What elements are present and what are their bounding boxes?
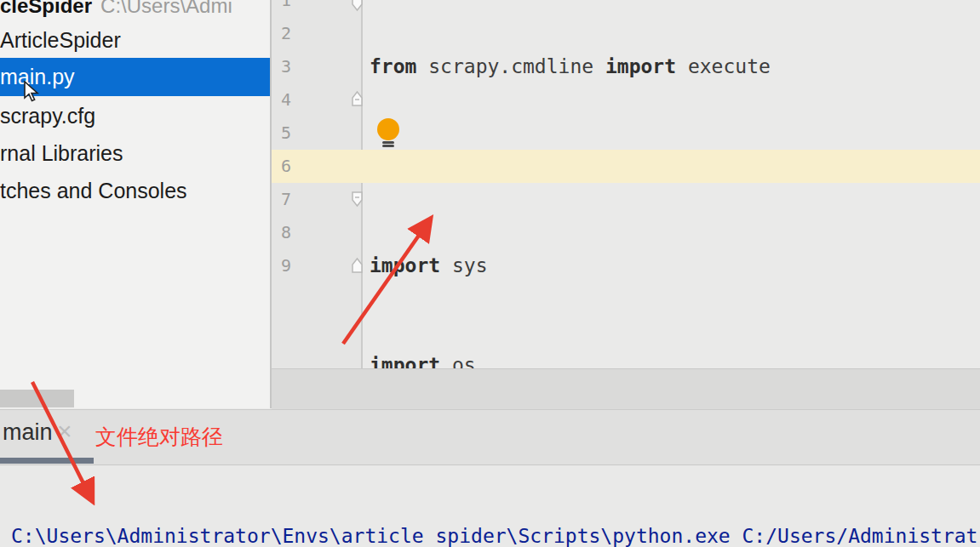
- annotation-label: 文件绝对路径: [95, 423, 223, 451]
- line-number: 6: [272, 150, 357, 183]
- tree-item-scratches-consoles[interactable]: tches and Consoles: [0, 174, 270, 208]
- console-output-line[interactable]: C:\Users\Administrator\Envs\article_spid…: [11, 525, 977, 547]
- line-number: 8: [272, 216, 357, 249]
- code-line-3[interactable]: import sys: [370, 249, 980, 282]
- horizontal-scrollbar-thumb[interactable]: [0, 390, 74, 407]
- editor-bottom-strip: [272, 368, 980, 409]
- line-number: 5: [272, 117, 357, 150]
- line-number: 3: [272, 50, 357, 83]
- fold-marker-icon[interactable]: [350, 90, 364, 106]
- tab-main[interactable]: main: [3, 419, 53, 446]
- close-icon[interactable]: ×: [57, 417, 72, 446]
- pycharm-window: cleSpiderC:\Users\Admi ArticleSpider mai…: [0, 0, 980, 547]
- tree-item-external-libraries[interactable]: rnal Libraries: [0, 136, 270, 170]
- line-number-column: 1 2 3 4 5 6 7 8 9: [272, 0, 357, 282]
- code-line-1[interactable]: from scrapy.cmdline import execute: [370, 50, 980, 83]
- project-title: cleSpider: [0, 0, 92, 17]
- run-console-panel: main × 文件绝对路径 C:\Users\Administrator\Env…: [0, 409, 980, 547]
- project-tree-panel: cleSpiderC:\Users\Admi ArticleSpider mai…: [0, 0, 270, 408]
- tree-item-label: rnal Libraries: [0, 141, 123, 166]
- tree-item-label: scrapy.cfg: [0, 104, 95, 128]
- tree-item-label: tches and Consoles: [0, 179, 187, 203]
- line-number: 2: [272, 17, 357, 50]
- fold-marker-icon[interactable]: [350, 0, 364, 12]
- tree-item-label: main.py: [0, 65, 75, 89]
- tab-underline: [0, 458, 94, 464]
- tree-item-main-py[interactable]: main.py: [0, 58, 270, 96]
- fold-marker-icon[interactable]: [350, 257, 364, 273]
- line-number: 7: [272, 183, 357, 216]
- fold-marker-icon[interactable]: [350, 191, 364, 208]
- console-output[interactable]: C:\Users\Administrator\Envs\article_spid…: [0, 466, 980, 547]
- console-tab-bar: main × 文件绝对路径: [0, 410, 980, 465]
- tree-item-label: ArticleSpider: [0, 28, 121, 53]
- code-line-2[interactable]: [370, 150, 980, 183]
- project-path: C:\Users\Admi: [100, 0, 232, 17]
- tree-item-articlespider[interactable]: ArticleSpider: [0, 23, 270, 57]
- line-number: 4: [272, 83, 357, 117]
- tree-item-scrapy-cfg[interactable]: scrapy.cfg: [0, 99, 270, 133]
- project-root-header[interactable]: cleSpiderC:\Users\Admi: [0, 0, 270, 18]
- line-number: 9: [272, 249, 357, 282]
- line-number: 1: [272, 0, 357, 17]
